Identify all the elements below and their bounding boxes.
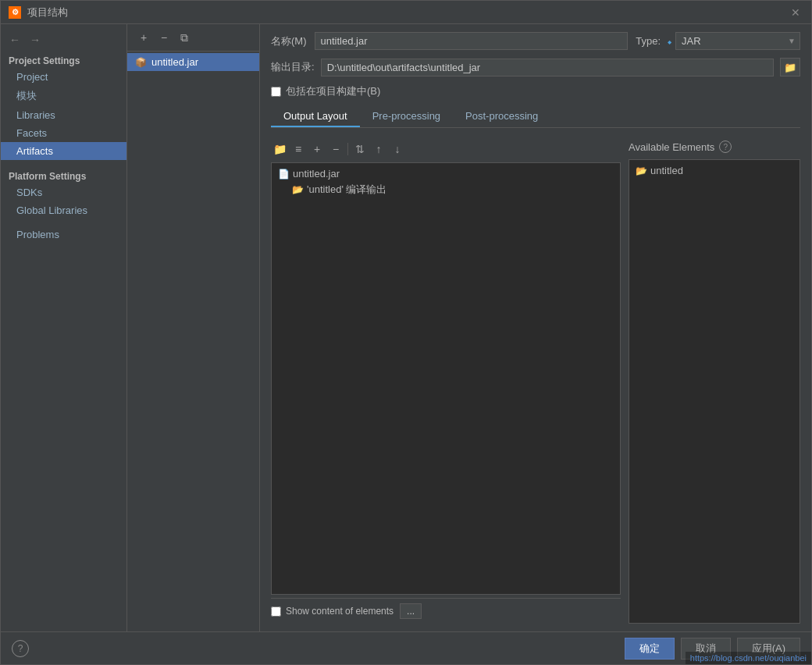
close-button[interactable]: ✕ xyxy=(788,5,803,20)
sidebar-item-sdks[interactable]: SDKs xyxy=(1,183,126,201)
panel-toolbar: 📁 ≡ + − ⇅ ↑ ↓ xyxy=(271,139,621,159)
ok-button[interactable]: 确定 xyxy=(625,638,675,660)
dots-button[interactable]: ... xyxy=(400,603,422,619)
app-icon: ⚙ xyxy=(9,6,21,19)
panel-btn-list[interactable]: ≡ xyxy=(290,140,307,158)
tab-pre-processing[interactable]: Pre-processing xyxy=(360,106,453,127)
help-button[interactable]: ? xyxy=(12,640,29,657)
tree-jar-label: untitled.jar xyxy=(293,168,340,180)
name-row: 名称(M) Type: ⬥ JAR WAR EAR xyxy=(271,32,800,50)
panels-area: 📁 ≡ + − ⇅ ↑ ↓ 📄 xyxy=(271,139,800,624)
copy-artifact-button[interactable]: ⧉ xyxy=(176,29,193,46)
tab-output-layout[interactable]: Output Layout xyxy=(271,106,360,127)
show-content-label: Show content of elements xyxy=(286,606,394,617)
panel-btn-down[interactable]: ↓ xyxy=(389,140,406,158)
artifact-toolbar: + − ⧉ xyxy=(127,24,259,52)
sidebar: ← → Project Settings Project 模块 Librarie… xyxy=(1,24,127,631)
jar-file-icon: 📄 xyxy=(278,169,290,180)
element-item-untitled[interactable]: 📂 untitled xyxy=(632,163,796,178)
show-content-wrapper: Show content of elements xyxy=(271,606,394,617)
jar-type-icon: ⬥ xyxy=(667,36,672,47)
include-in-build-label: 包括在项目构建中(B) xyxy=(286,84,380,98)
footer-left: ? xyxy=(12,640,29,657)
panel-btn-up[interactable]: ↑ xyxy=(370,140,387,158)
show-content-checkbox[interactable] xyxy=(271,606,281,617)
panel-btn-sort[interactable]: ⇅ xyxy=(351,140,369,158)
jar-icon: 📦 xyxy=(135,57,147,68)
artifact-list-item[interactable]: 📦 untitled.jar xyxy=(127,53,259,71)
panel-btn-folder[interactable]: 📁 xyxy=(271,140,288,158)
type-wrapper: Type: ⬥ JAR WAR EAR ▼ xyxy=(636,32,800,50)
project-settings-header: Project Settings xyxy=(1,51,126,68)
artifact-name: untitled.jar xyxy=(151,56,198,68)
forward-button[interactable]: → xyxy=(27,32,43,48)
browse-folder-button[interactable]: 📁 xyxy=(780,58,800,76)
include-in-build-checkbox[interactable] xyxy=(271,87,281,97)
element-folder-icon: 📂 xyxy=(636,165,647,176)
tree-item-compiled-output[interactable]: 📂 'untitled' 编译输出 xyxy=(275,181,617,198)
panel-btn-add[interactable]: + xyxy=(308,140,326,158)
output-dir-input[interactable] xyxy=(321,59,774,76)
platform-settings-header: Platform Settings xyxy=(1,166,126,183)
add-artifact-button[interactable]: + xyxy=(135,29,152,46)
tree-item-jar[interactable]: 📄 untitled.jar xyxy=(275,166,617,181)
window-title: 项目结构 xyxy=(27,5,68,20)
include-in-build-row: 包括在项目构建中(B) xyxy=(271,84,800,98)
output-dir-row: 输出目录: 📁 xyxy=(271,58,800,76)
config-panel: 名称(M) Type: ⬥ JAR WAR EAR xyxy=(260,24,811,631)
tab-post-processing[interactable]: Post-processing xyxy=(453,106,550,127)
tree-child-label: 'untitled' 编译输出 xyxy=(307,183,387,197)
elements-panel: 📂 untitled xyxy=(629,159,800,624)
type-select-wrapper: ⬥ JAR WAR EAR ▼ xyxy=(667,32,800,50)
available-elements-label: Available Elements xyxy=(629,141,714,153)
sidebar-item-artifacts[interactable]: Artifacts xyxy=(1,142,126,160)
sidebar-item-facets[interactable]: Facets xyxy=(1,124,126,142)
remove-artifact-button[interactable]: − xyxy=(155,29,173,46)
available-elements-header: Available Elements ? xyxy=(629,139,800,155)
type-select[interactable]: JAR WAR EAR xyxy=(675,32,800,50)
tabs-row: Output Layout Pre-processing Post-proces… xyxy=(271,106,800,128)
panel-btn-remove[interactable]: − xyxy=(327,140,344,158)
back-button[interactable]: ← xyxy=(7,32,23,48)
watermark: https://blog.csdn.net/ouqianbei xyxy=(686,652,811,664)
bottom-row: Show content of elements ... xyxy=(271,598,621,624)
artifact-list: 📦 untitled.jar xyxy=(127,52,259,73)
sidebar-item-problems[interactable]: Problems xyxy=(1,226,126,244)
name-input[interactable] xyxy=(315,32,629,50)
output-dir-label: 输出目录: xyxy=(271,60,315,74)
sidebar-item-project[interactable]: Project xyxy=(1,68,126,86)
output-layout-panel: 📁 ≡ + − ⇅ ↑ ↓ 📄 xyxy=(271,139,621,624)
sidebar-item-modules[interactable]: 模块 xyxy=(1,86,126,106)
help-icon[interactable]: ? xyxy=(719,140,732,153)
type-label: Type: xyxy=(636,35,661,47)
sidebar-item-global-libraries[interactable]: Global Libraries xyxy=(1,201,126,219)
name-label: 名称(M) xyxy=(271,34,307,48)
title-bar: ⚙ 项目结构 ✕ xyxy=(1,1,811,24)
sidebar-item-libraries[interactable]: Libraries xyxy=(1,106,126,124)
element-label: untitled xyxy=(650,165,683,176)
compiled-output-folder-icon: 📂 xyxy=(292,184,304,195)
toolbar-separator xyxy=(347,143,348,155)
available-elements-panel: Available Elements ? 📂 untitled xyxy=(629,139,800,624)
artifact-tree: 📄 untitled.jar 📂 'untitled' 编译输出 xyxy=(271,162,621,595)
